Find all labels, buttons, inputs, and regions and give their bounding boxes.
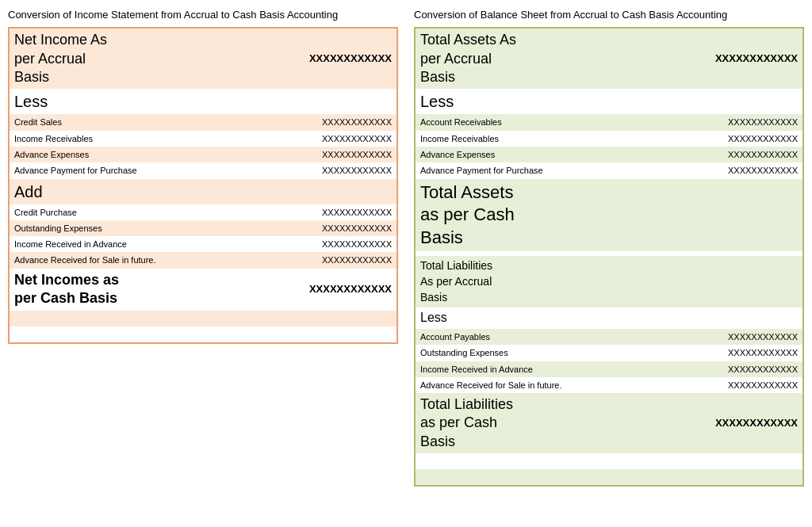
row-value bbox=[628, 256, 802, 307]
row-label: Outstanding Expenses bbox=[10, 220, 222, 236]
row-label: Less bbox=[10, 89, 222, 114]
left-table-wrapper: Net Income Asper AccrualBasis XXXXXXXXXX… bbox=[8, 27, 398, 343]
row-value bbox=[222, 311, 396, 327]
row-label: Total LiabilitiesAs per AccrualBasis bbox=[416, 256, 628, 307]
right-table: Total Assets Asper AccrualBasis XXXXXXXX… bbox=[416, 29, 802, 485]
row-value: XXXXXXXXXXXX bbox=[222, 29, 396, 89]
table-row bbox=[416, 469, 802, 485]
row-label bbox=[416, 453, 628, 469]
row-value: XXXXXXXXXXXX bbox=[222, 162, 396, 178]
row-label: Income Received in Advance bbox=[416, 361, 628, 377]
table-row: Less bbox=[416, 89, 802, 114]
table-row: Advance Received for Sale in future. XXX… bbox=[10, 252, 396, 268]
row-label bbox=[10, 311, 222, 327]
row-value: XXXXXXXXXXXX bbox=[222, 147, 396, 162]
row-label: Advance Payment for Purchase bbox=[10, 162, 222, 178]
row-label: Outstanding Expenses bbox=[416, 345, 628, 361]
row-label: Net Income Asper AccrualBasis bbox=[10, 29, 222, 89]
table-row: Add bbox=[10, 179, 396, 204]
row-value: XXXXXXXXXXXX bbox=[222, 236, 396, 252]
table-row: Income Received in Advance XXXXXXXXXXXX bbox=[416, 361, 802, 377]
table-row bbox=[416, 453, 802, 469]
table-row: Total LiabilitiesAs per AccrualBasis bbox=[416, 256, 802, 307]
row-value: XXXXXXXXXXXX bbox=[222, 131, 396, 147]
row-label: Net Incomes asper Cash Basis bbox=[10, 269, 222, 311]
table-row: Account Receivables XXXXXXXXXXXX bbox=[416, 114, 802, 130]
row-value: XXXXXXXXXXXX bbox=[628, 29, 802, 89]
table-row: Credit Sales XXXXXXXXXXXX bbox=[10, 114, 396, 130]
row-value: XXXXXXXXXXXX bbox=[628, 345, 802, 361]
right-panel-title: Conversion of Balance Sheet from Accrual… bbox=[414, 8, 804, 22]
table-row bbox=[10, 327, 396, 342]
row-label: Credit Purchase bbox=[10, 204, 222, 220]
row-value bbox=[628, 179, 802, 252]
row-value: XXXXXXXXXXXX bbox=[222, 204, 396, 220]
left-panel-title: Conversion of Income Statement from Accr… bbox=[8, 8, 398, 22]
table-row: Advance Payment for Purchase XXXXXXXXXXX… bbox=[416, 162, 802, 178]
table-row: Less bbox=[10, 89, 396, 114]
row-label: Account Receivables bbox=[416, 114, 628, 130]
row-label: Income Receivables bbox=[10, 131, 222, 147]
left-table: Net Income Asper AccrualBasis XXXXXXXXXX… bbox=[10, 29, 396, 342]
row-value bbox=[628, 89, 802, 114]
row-value bbox=[628, 307, 802, 329]
table-row: Outstanding Expenses XXXXXXXXXXXX bbox=[10, 220, 396, 236]
table-row: Outstanding Expenses XXXXXXXXXXXX bbox=[416, 345, 802, 361]
row-label: Advance Received for Sale in future. bbox=[10, 252, 222, 268]
right-panel: Conversion of Balance Sheet from Accrual… bbox=[414, 8, 804, 487]
row-value: XXXXXXXXXXXX bbox=[628, 329, 802, 345]
row-label: Income Received in Advance bbox=[10, 236, 222, 252]
row-label: Less bbox=[416, 89, 628, 114]
row-value: XXXXXXXXXXXX bbox=[628, 131, 802, 147]
row-label: Advance Payment for Purchase bbox=[416, 162, 628, 178]
row-value bbox=[628, 469, 802, 485]
table-row: Total Assets Asper AccrualBasis XXXXXXXX… bbox=[416, 29, 802, 89]
row-label bbox=[10, 327, 222, 342]
row-value: XXXXXXXXXXXX bbox=[628, 393, 802, 453]
row-label: Add bbox=[10, 179, 222, 204]
table-row: Credit Purchase XXXXXXXXXXXX bbox=[10, 204, 396, 220]
table-row bbox=[10, 311, 396, 327]
table-row: Account Payables XXXXXXXXXXXX bbox=[416, 329, 802, 345]
row-label: Total Liabilitiesas per CashBasis bbox=[416, 393, 628, 453]
row-value: XXXXXXXXXXXX bbox=[628, 147, 802, 162]
row-label: Total Assets Asper AccrualBasis bbox=[416, 29, 628, 89]
table-row: Total Assetsas per CashBasis bbox=[416, 179, 802, 252]
table-row: Advance Received for Sale in future. XXX… bbox=[416, 377, 802, 393]
table-row: Income Receivables XXXXXXXXXXXX bbox=[416, 131, 802, 147]
table-row: Total Liabilitiesas per CashBasis XXXXXX… bbox=[416, 393, 802, 453]
table-row: Less bbox=[416, 307, 802, 329]
row-label: Income Receivables bbox=[416, 131, 628, 147]
row-value: XXXXXXXXXXXX bbox=[222, 114, 396, 130]
table-row: Advance Payment for Purchase XXXXXXXXXXX… bbox=[10, 162, 396, 178]
table-row: Advance Expenses XXXXXXXXXXXX bbox=[10, 147, 396, 162]
row-value: XXXXXXXXXXXX bbox=[628, 361, 802, 377]
table-row: Income Received in Advance XXXXXXXXXXXX bbox=[10, 236, 396, 252]
left-panel: Conversion of Income Statement from Accr… bbox=[8, 8, 398, 487]
right-table-wrapper: Total Assets Asper AccrualBasis XXXXXXXX… bbox=[414, 27, 804, 487]
table-row: Advance Expenses XXXXXXXXXXXX bbox=[416, 147, 802, 162]
row-value: XXXXXXXXXXXX bbox=[628, 377, 802, 393]
table-row: Net Income Asper AccrualBasis XXXXXXXXXX… bbox=[10, 29, 396, 89]
row-value bbox=[222, 179, 396, 204]
row-value bbox=[222, 89, 396, 114]
row-label: Account Payables bbox=[416, 329, 628, 345]
row-label: Credit Sales bbox=[10, 114, 222, 130]
page-container: Conversion of Income Statement from Accr… bbox=[8, 8, 804, 487]
row-value: XXXXXXXXXXXX bbox=[628, 162, 802, 178]
row-value bbox=[222, 327, 396, 342]
table-row: Income Receivables XXXXXXXXXXXX bbox=[10, 131, 396, 147]
row-label: Advance Expenses bbox=[10, 147, 222, 162]
row-label bbox=[416, 469, 628, 485]
row-label: Advance Received for Sale in future. bbox=[416, 377, 628, 393]
row-label: Total Assetsas per CashBasis bbox=[416, 179, 628, 252]
row-label: Advance Expenses bbox=[416, 147, 628, 162]
row-value: XXXXXXXXXXXX bbox=[222, 252, 396, 268]
row-value bbox=[628, 453, 802, 469]
table-row: Net Incomes asper Cash Basis XXXXXXXXXXX… bbox=[10, 269, 396, 311]
row-value: XXXXXXXXXXXX bbox=[628, 114, 802, 130]
row-value: XXXXXXXXXXXX bbox=[222, 269, 396, 311]
row-label: Less bbox=[416, 307, 628, 329]
row-value: XXXXXXXXXXXX bbox=[222, 220, 396, 236]
